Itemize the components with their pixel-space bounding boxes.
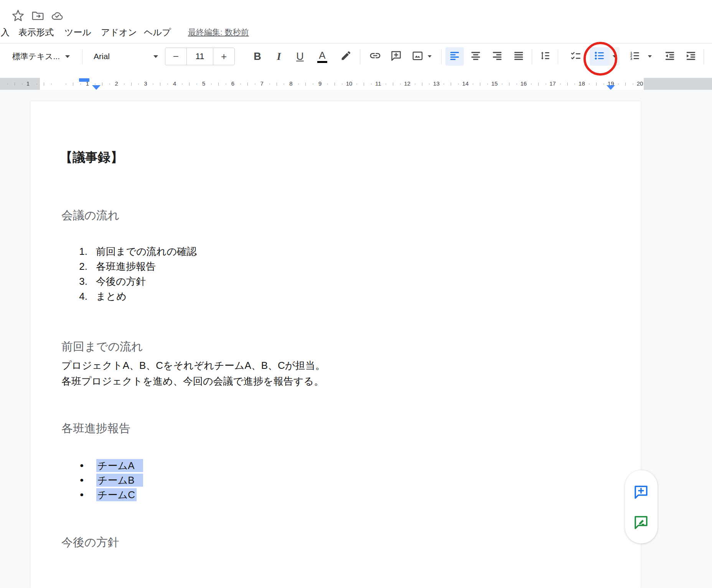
- align-justify-icon: [513, 50, 524, 63]
- document-page[interactable]: 【議事録】 会議の流れ 1. 前回までの流れの確認 2. 各班進捗報告 3. 今…: [31, 101, 641, 588]
- line-spacing-button[interactable]: [536, 47, 554, 66]
- underline-button[interactable]: U: [291, 47, 309, 66]
- font-size-control: − 11 +: [165, 48, 235, 65]
- suggest-edits-button[interactable]: [632, 513, 650, 532]
- text-color-button[interactable]: A: [313, 47, 331, 66]
- list-number: 2.: [61, 259, 87, 274]
- selected-text[interactable]: チームC: [96, 488, 137, 501]
- list-number: 3.: [61, 274, 87, 289]
- menu-item-addons[interactable]: アドオン: [101, 26, 137, 38]
- increase-font-size-button[interactable]: +: [213, 48, 234, 65]
- image-icon: [412, 50, 424, 63]
- ruler-left-margin-zone: [0, 78, 40, 90]
- chevron-down-icon: [65, 55, 70, 58]
- bullet-marker: ●: [80, 458, 84, 473]
- line-spacing-icon: [539, 50, 550, 63]
- bullet-marker: ●: [80, 487, 84, 502]
- numbered-list-item[interactable]: 3. 今後の方針: [31, 274, 641, 289]
- last-edited-link[interactable]: 最終編集: 数秒前: [188, 26, 249, 38]
- chevron-down-icon: [153, 55, 158, 58]
- numbered-list-dropdown[interactable]: [644, 55, 655, 58]
- bulleted-list-item[interactable]: ● チームA: [31, 458, 641, 473]
- numbered-list-item[interactable]: 2. 各班進捗報告: [31, 259, 641, 274]
- bold-button[interactable]: B: [248, 47, 267, 66]
- heading-agenda[interactable]: 会議の流れ: [61, 208, 119, 223]
- checklist-button[interactable]: [567, 47, 585, 66]
- italic-button[interactable]: I: [270, 47, 288, 66]
- menu-item-insert-clipped[interactable]: 入: [1, 26, 10, 38]
- first-line-indent-marker[interactable]: [79, 78, 89, 82]
- selected-text[interactable]: チームB: [96, 474, 143, 487]
- floating-action-pill: [625, 470, 658, 543]
- align-right-icon: [491, 50, 503, 63]
- insert-image-dropdown[interactable]: [424, 47, 434, 66]
- bullet-marker: ●: [80, 473, 84, 487]
- right-indent-marker[interactable]: [607, 85, 615, 90]
- chevron-down-icon: [428, 55, 432, 58]
- decrease-font-size-button[interactable]: −: [165, 48, 186, 65]
- ruler-right-margin-zone: [644, 78, 712, 90]
- list-text[interactable]: まとめ: [96, 289, 127, 304]
- toolbar-divider: [360, 50, 360, 64]
- left-indent-marker[interactable]: [92, 85, 101, 90]
- insert-link-button[interactable]: [366, 47, 384, 66]
- menubar: 入 表示形式 ツール アドオン ヘルプ 最終編集: 数秒前: [0, 25, 712, 40]
- align-right-button[interactable]: [488, 47, 506, 66]
- menu-item-tools[interactable]: ツール: [64, 26, 91, 38]
- font-family-dropdown[interactable]: Arial: [94, 47, 158, 66]
- numbered-list-item[interactable]: 4. まとめ: [31, 289, 641, 304]
- heading-progress[interactable]: 各班進捗報告: [61, 421, 130, 436]
- numbered-list-item[interactable]: 1. 前回までの流れの確認: [31, 244, 641, 259]
- paragraph-line[interactable]: 各班プロジェクトを進め、今回の会議で進捗を報告する。: [61, 373, 324, 389]
- paint-format-icon: [340, 50, 352, 63]
- align-center-button[interactable]: [466, 47, 485, 66]
- folder-move-icon[interactable]: [30, 8, 45, 23]
- add-comment-button[interactable]: [387, 47, 405, 66]
- cloud-check-icon[interactable]: [50, 8, 64, 23]
- paragraph-style-label: 標準テキス...: [12, 51, 60, 62]
- list-text[interactable]: 今後の方針: [96, 274, 146, 289]
- comment-add-icon: [633, 484, 649, 500]
- bulleted-list-control: [590, 47, 620, 66]
- numbered-list-icon: 123: [629, 50, 640, 63]
- decrease-indent-button[interactable]: [661, 47, 679, 66]
- font-size-value[interactable]: 11: [186, 48, 213, 65]
- titlebar: [0, 0, 712, 25]
- numbered-list-control: 123: [625, 47, 655, 66]
- toolbar-divider: [558, 50, 558, 64]
- insert-image-button[interactable]: [408, 47, 427, 66]
- star-icon[interactable]: [11, 8, 25, 23]
- heading-policy[interactable]: 今後の方針: [61, 535, 119, 550]
- toolbar-divider: [704, 50, 704, 64]
- svg-text:3: 3: [630, 57, 632, 61]
- align-justify-button[interactable]: [509, 47, 528, 66]
- bulleted-list-dropdown[interactable]: [609, 55, 620, 58]
- add-comment-floating-button[interactable]: [632, 483, 650, 501]
- italic-label: I: [277, 51, 281, 63]
- checklist-icon: [570, 50, 582, 63]
- bulleted-list-button[interactable]: [590, 47, 609, 66]
- align-left-icon: [449, 50, 460, 63]
- list-text[interactable]: 前回までの流れの確認: [96, 244, 197, 259]
- list-number: 1.: [61, 244, 87, 259]
- heading-previous[interactable]: 前回までの流れ: [61, 339, 143, 355]
- menu-item-help[interactable]: ヘルプ: [144, 26, 171, 38]
- bulleted-list-item[interactable]: ● チームC: [31, 487, 641, 502]
- increase-indent-button[interactable]: [682, 47, 700, 66]
- numbered-list-button[interactable]: 123: [625, 47, 644, 66]
- list-text[interactable]: 各班進捗報告: [96, 259, 156, 274]
- link-icon: [369, 50, 381, 63]
- paragraph-line[interactable]: プロジェクトA、B、CをそれぞれチームA、B、Cが担当。: [61, 358, 325, 373]
- paragraph-style-dropdown[interactable]: 標準テキス...: [10, 47, 78, 66]
- document-title[interactable]: 【議事録】: [60, 149, 123, 166]
- bulleted-list-icon: [593, 50, 605, 63]
- menu-item-format[interactable]: 表示形式: [18, 26, 54, 38]
- paint-format-button[interactable]: [337, 47, 355, 66]
- selected-text[interactable]: チームA: [96, 459, 143, 472]
- ruler: 1 1234567891011121314151617181920: [0, 78, 712, 90]
- comment-add-icon: [390, 50, 402, 63]
- underline-label: U: [296, 51, 304, 63]
- bulleted-list-item[interactable]: ● チームB: [31, 473, 641, 487]
- align-center-icon: [470, 50, 481, 63]
- align-left-button[interactable]: [445, 47, 464, 66]
